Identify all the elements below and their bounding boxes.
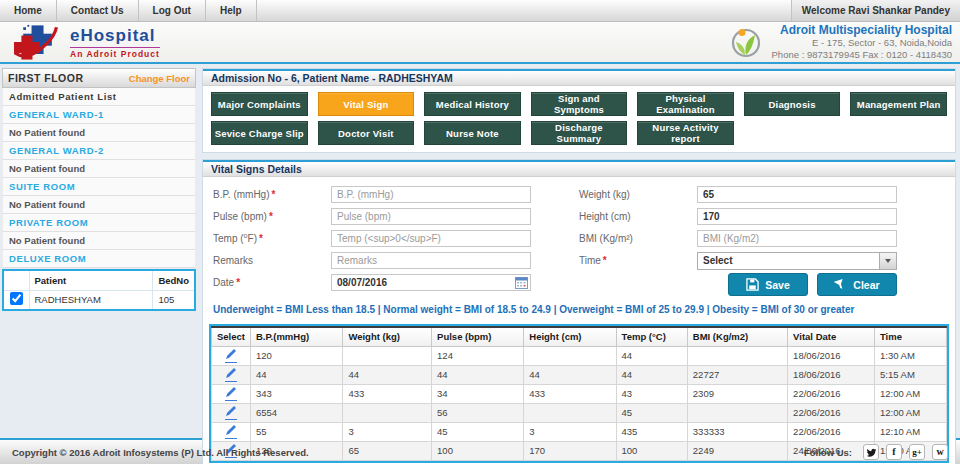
bedno-column-header: BedNo (153, 270, 195, 290)
save-button[interactable]: Save (728, 273, 808, 296)
tab-nurse-activity-report[interactable]: Nurse Activity report (637, 121, 734, 145)
calendar-icon[interactable] (515, 277, 528, 289)
tab-management-plan[interactable]: Management Plan (850, 92, 947, 116)
edit-icon[interactable] (225, 424, 237, 439)
weight-input[interactable] (697, 186, 897, 203)
no-patient-status: No Patient found (9, 199, 85, 210)
bmi-label: BMI (Kg/m²) (579, 233, 697, 244)
vital-signs-table: Select B.P.(mmHg) Weight (kg) Pulse (bpm… (211, 326, 947, 461)
tab-medical-history[interactable]: Medical History (424, 92, 521, 116)
patient-name-cell: RADHESHYAM (29, 290, 153, 310)
twitter-icon[interactable] (863, 444, 879, 460)
edit-icon[interactable] (225, 386, 237, 401)
height-label: Height (cm) (579, 211, 697, 222)
date-input[interactable] (331, 274, 531, 291)
tab-sign-and-symptoms[interactable]: Sign and Symptoms (531, 92, 628, 116)
sidebar-item-suite-room[interactable]: SUITE ROOM (2, 178, 196, 196)
admitted-patient-table: Patient BedNo RADHESHYAM 105 (2, 269, 196, 311)
follow-us-label: Follow Us: (804, 447, 852, 458)
sidebar-item-private-room[interactable]: PRIVATE ROOM (2, 214, 196, 232)
no-patient-status: No Patient found (9, 235, 85, 246)
floor-title: FIRST FLOOR (8, 72, 84, 84)
nav-contact-us[interactable]: Contact Us (57, 0, 139, 21)
edit-icon[interactable] (225, 348, 237, 363)
admitted-patient-list-title: Admitted Patient List (9, 91, 117, 102)
select-column-header (3, 270, 29, 290)
sidebar: FIRST FLOOR Change Floor Admitted Patien… (2, 68, 196, 438)
tab-diagnosis[interactable]: Diagnosis (744, 92, 841, 116)
nav-log-out[interactable]: Log Out (139, 0, 206, 21)
welcome-text: Welcome Ravi Shankar Pandey (791, 0, 960, 21)
weight-label: Weight (kg) (579, 189, 697, 200)
tab-discharge-summary[interactable]: Discharge Summary (531, 121, 628, 145)
bp-input[interactable] (331, 186, 531, 203)
height-input[interactable] (697, 208, 897, 225)
pulse-label: Pulse (bpm)* (213, 211, 331, 222)
save-icon (746, 278, 759, 291)
nav-help[interactable]: Help (206, 0, 257, 21)
tab-doctor-visit[interactable]: Doctor Visit (318, 121, 415, 145)
no-patient-status: No Patient found (9, 163, 85, 174)
time-label: Time* (579, 255, 697, 266)
sidebar-item-deluxe-room[interactable]: DELUXE ROOM (2, 250, 196, 268)
table-row: 343433 34433 432309 22/06/201612:00 AM (212, 384, 947, 403)
hospital-logo-icon (730, 26, 762, 58)
wordpress-icon[interactable]: w (932, 444, 948, 460)
date-label: Date* (213, 277, 331, 288)
hospital-name: Adroit Multispeciality Hospital (772, 23, 952, 37)
nav-home[interactable]: Home (0, 0, 57, 21)
clear-button[interactable]: Clear (817, 273, 897, 296)
edit-icon[interactable] (225, 405, 237, 420)
tab-nurse-note[interactable]: Nurse Note (424, 121, 521, 145)
sidebar-item-general-ward-2[interactable]: GENERAL WARD-2 (2, 142, 196, 160)
pulse-input[interactable] (331, 208, 531, 225)
bmi-input[interactable] (697, 230, 897, 247)
temp-label: Temp (⁰F)* (213, 233, 331, 244)
edit-icon[interactable] (225, 367, 237, 382)
chevron-down-icon (879, 253, 896, 269)
temp-input[interactable] (331, 230, 531, 247)
tab-major-complaints[interactable]: Major Complaints (211, 92, 308, 116)
logo-title: eHospital (70, 26, 160, 46)
patient-select-checkbox[interactable] (10, 292, 23, 305)
app-header: eHospital An Adroit Product Adroit Multi… (0, 22, 960, 62)
copyright-text: Copyright © 2016 Adroit Infosystems (P) … (12, 447, 309, 458)
bmi-note: Underweight = BMI Less than 18.5 | Norma… (203, 298, 955, 322)
table-row: 6554 56 45 22/06/201612:00 AM (212, 403, 947, 422)
tab-physical-examination[interactable]: Physical Examination (637, 92, 734, 116)
bp-label: B.P. (mmHg)* (213, 189, 331, 200)
no-patient-status: No Patient found (9, 127, 85, 138)
hospital-contact: Phone : 9873179945 Fax : 0120 - 4118430 (772, 49, 952, 61)
hospital-address: E - 175, Sector - 63, Noida,Noida (772, 37, 952, 49)
table-row: 120 124 44 18/06/20161:30 AM (212, 346, 947, 365)
change-floor-link[interactable]: Change Floor (129, 73, 190, 84)
cross-logo-icon (14, 23, 62, 61)
table-row: 553 453 435333333 22/06/201612:10 AM (212, 422, 947, 441)
time-select[interactable]: Select (697, 252, 897, 270)
logo-tagline: An Adroit Product (70, 47, 160, 59)
tab-vital-sign[interactable]: Vital Sign (318, 92, 415, 116)
table-row: 4444 4444 4422727 18/06/20165:15 AM (212, 365, 947, 384)
ehospital-logo: eHospital An Adroit Product (14, 23, 160, 61)
remarks-label: Remarks (213, 255, 331, 266)
clear-icon (834, 278, 847, 291)
tab-service-charge-slip[interactable]: Sevice Charge Slip (211, 121, 308, 145)
admission-header: Admission No - 6, Patient Name - RADHESH… (203, 69, 955, 86)
google-plus-icon[interactable]: g+ (909, 444, 925, 460)
main-content: Admission No - 6, Patient Name - RADHESH… (202, 68, 956, 438)
facebook-icon[interactable]: f (886, 444, 902, 460)
top-nav: Home Contact Us Log Out Help Welcome Rav… (0, 0, 960, 22)
patient-row: RADHESHYAM 105 (3, 290, 195, 310)
remarks-input[interactable] (331, 252, 531, 269)
patient-column-header: Patient (29, 270, 153, 290)
bed-no-cell: 105 (153, 290, 195, 310)
sidebar-item-general-ward-1[interactable]: GENERAL WARD-1 (2, 106, 196, 124)
vital-signs-section-header: Vital Signs Details (203, 160, 955, 177)
